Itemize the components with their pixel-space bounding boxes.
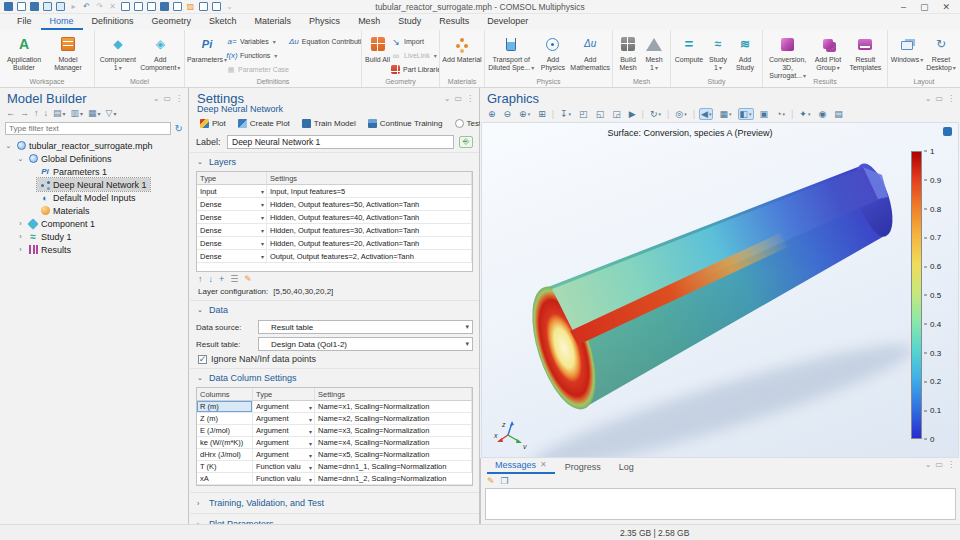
ignore-nan-checkbox[interactable]: ✓ — [198, 355, 207, 364]
refresh-icon[interactable]: ↻ — [175, 123, 183, 134]
panel-options-icon[interactable]: ⋮ — [947, 460, 955, 469]
customize-toolbar-icon[interactable]: ⌄ — [225, 2, 234, 11]
livelink-button[interactable]: ∞LiveLink▾ — [391, 50, 437, 61]
tree-item-default-model-inputs[interactable]: ◐Default Model Inputs — [0, 191, 188, 204]
column-type-cell[interactable]: Function valu — [253, 473, 315, 485]
rotate-icon[interactable]: ↻▾ — [648, 108, 663, 120]
expander-icon[interactable]: › — [16, 246, 25, 253]
add-mathematics-button[interactable]: Δu Add Mathematics — [570, 32, 610, 72]
hide-objects-icon[interactable]: ▦▾ — [717, 108, 733, 120]
column-type-cell[interactable]: Argument — [253, 437, 315, 449]
open-file-icon[interactable] — [30, 2, 39, 11]
application-builder-button[interactable]: A Application Builder — [2, 32, 46, 72]
column-settings-cell[interactable]: Name=x5, Scaling=Normalization — [315, 449, 472, 461]
menu-developer[interactable]: Developer — [478, 14, 537, 30]
clear-table-icon[interactable]: ✎ — [244, 274, 252, 284]
expander-icon[interactable]: ⌄ — [4, 142, 13, 150]
add-study-button[interactable]: ≋ Add Study — [731, 32, 759, 72]
forward-icon[interactable]: → — [20, 108, 29, 118]
physics-interface-button[interactable]: Transport of Diluted Spe...▾ — [487, 32, 535, 72]
zoom-box-icon[interactable] — [212, 2, 221, 11]
create-plot-button[interactable]: Create Plot — [234, 117, 294, 130]
rename-icon[interactable]: ⎆ — [459, 136, 473, 148]
layer-type-cell[interactable]: Dense — [197, 198, 267, 211]
move-down-icon[interactable]: ↓ — [209, 274, 214, 284]
close-tab-icon[interactable]: ✕ — [540, 458, 547, 472]
tree-item-global-definitions[interactable]: ⌄ Global Definitions — [0, 152, 188, 165]
add-plot-group-button[interactable]: Add Plot Group▾ — [810, 32, 845, 72]
section-layers[interactable]: ⌄ Layers — [190, 152, 479, 169]
flip-view-icon[interactable]: ▶ — [627, 108, 638, 120]
tree-item-materials[interactable]: Materials — [0, 204, 188, 217]
panel-options-icon[interactable]: ⋮ — [947, 94, 955, 103]
layer-settings-cell[interactable]: Hidden, Output features=20, Activation=T… — [267, 237, 472, 250]
float-panel-icon[interactable]: ▭ — [454, 94, 462, 103]
expander-icon[interactable]: › — [16, 233, 25, 240]
show-options-icon[interactable]: ▥▾ — [71, 108, 84, 118]
tab-progress[interactable]: Progress — [557, 460, 609, 474]
run-icon[interactable]: ▸ — [69, 2, 78, 11]
expander-icon[interactable]: › — [16, 220, 25, 227]
save-icon[interactable] — [43, 2, 52, 11]
model-tree-node-icon[interactable]: ▦▾ — [88, 108, 101, 118]
move-down-icon[interactable]: ↓ — [44, 108, 49, 118]
highlight-icon[interactable]: ▨ — [186, 2, 195, 11]
column-header[interactable]: Columns — [197, 388, 253, 401]
layer-settings-cell[interactable]: Input, Input features=5 — [267, 185, 472, 198]
tree-item-results[interactable]: › Results — [0, 243, 188, 256]
close-button[interactable]: ✕ — [942, 2, 950, 12]
column-name-cell[interactable]: E (J/mol) — [197, 425, 253, 437]
tree-item-study-1[interactable]: › ≈Study 1 — [0, 230, 188, 243]
panel-menu-icon[interactable]: ⌄ — [925, 460, 932, 469]
menu-definitions[interactable]: Definitions — [83, 14, 143, 30]
collapse-all-icon[interactable]: ▤▾ — [53, 108, 66, 118]
import-button[interactable]: ↘Import — [391, 36, 437, 47]
menu-study[interactable]: Study — [389, 14, 430, 30]
tree-item-component-1[interactable]: › Component 1 — [0, 217, 188, 230]
equation-contributions-button[interactable]: ΔuEquation Contributions▾ — [289, 36, 361, 47]
build-all-button[interactable]: Build All — [364, 32, 391, 64]
wireframe-icon[interactable]: ▣ — [758, 108, 771, 120]
column-header[interactable]: Settings — [315, 388, 472, 401]
column-header[interactable]: Settings — [267, 172, 472, 185]
tree-item-deep-neural-network[interactable]: Deep Neural Network 1 — [0, 178, 188, 191]
column-header[interactable]: Type — [197, 172, 267, 185]
delete-row-icon[interactable]: ☰ — [230, 274, 238, 284]
print-icon[interactable]: ▤ — [832, 108, 845, 120]
tree-filter-input[interactable] — [5, 122, 171, 135]
column-name-cell[interactable]: ke (W/(m*K)) — [197, 437, 253, 449]
layer-type-cell[interactable]: Input — [197, 185, 267, 198]
layer-type-cell[interactable]: Dense — [197, 237, 267, 250]
expander-icon[interactable]: ⌄ — [16, 155, 25, 163]
add-component-button[interactable]: ◈ Add Component▾ — [139, 32, 182, 72]
column-name-cell[interactable]: Z (m) — [197, 413, 253, 425]
reactor-surface-plot[interactable] — [482, 123, 959, 458]
panel-menu-icon[interactable]: ⌄ — [925, 94, 932, 103]
section-training-validation-test[interactable]: › Training, Validation, and Test — [190, 492, 479, 513]
column-name-cell[interactable]: xA — [197, 473, 253, 485]
tree-item-root[interactable]: ⌄ tubular_reactor_surrogate.mph — [0, 139, 188, 152]
transparency-icon[interactable]: ◀▾ — [699, 108, 713, 120]
functions-button[interactable]: f(x)Functions▾ — [227, 50, 289, 61]
menu-materials[interactable]: Materials — [246, 14, 301, 30]
result-table-select[interactable]: Design Data (QoI1-2) — [258, 337, 473, 351]
menu-file[interactable]: File — [8, 14, 41, 30]
view-zx-icon[interactable]: ◲ — [610, 108, 623, 120]
column-name-cell[interactable]: dHrx (J/mol) — [197, 449, 253, 461]
layer-settings-cell[interactable]: Hidden, Output features=30, Activation=T… — [267, 224, 472, 237]
column-name-cell[interactable]: R (m) — [197, 401, 253, 413]
zoom-box-icon[interactable]: ⊕▾ — [517, 108, 532, 120]
add-row-icon[interactable]: + — [219, 274, 224, 284]
column-type-cell[interactable]: Argument — [253, 401, 315, 413]
build-mesh-button[interactable]: Build Mesh — [615, 32, 641, 72]
data-source-select[interactable]: Result table — [258, 320, 473, 334]
float-panel-icon[interactable]: ▭ — [163, 94, 171, 103]
messages-output[interactable] — [485, 488, 956, 520]
variables-button[interactable]: a=Variables▾ — [227, 36, 289, 47]
section-data[interactable]: ⌄ Data — [190, 300, 479, 317]
scene-light-icon[interactable]: ◎▾ — [673, 108, 688, 120]
panel-menu-icon[interactable]: ⌄ — [153, 94, 160, 103]
duplicate-icon[interactable] — [147, 2, 156, 11]
filter-icon[interactable]: ▽▾ — [106, 108, 117, 118]
windows-button[interactable]: Windows▾ — [890, 32, 924, 64]
